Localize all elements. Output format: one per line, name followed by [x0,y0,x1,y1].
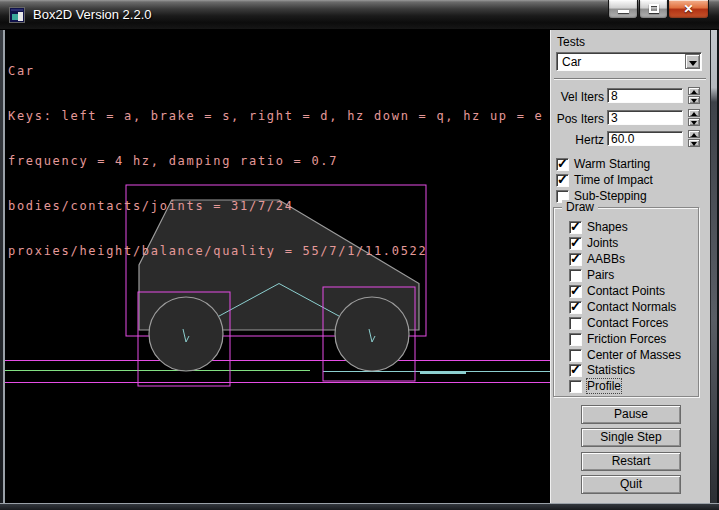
vel-iters-input[interactable] [607,88,683,103]
checkbox-time-of-impact[interactable]: ✓ Time of Impact [556,173,653,187]
spin-down-icon [691,121,697,125]
checkbox-label: Pairs [587,268,614,282]
checkbox-contact-normals[interactable]: ✓ Contact Normals [569,300,676,314]
checkbox-shapes[interactable]: ✓ Shapes [569,220,628,234]
checkbox-label: Center of Masses [587,348,681,362]
vel-iters-label: Vel Iters [551,90,604,104]
checkbox-box: ✓ [569,349,582,362]
checkbox-box: ✓ [556,158,569,171]
checkbox-center-of-masses[interactable]: ✓ Center of Masses [569,348,681,362]
stats-line-bodies: bodies/contacts/joints = 31/7/24 [8,199,543,214]
checkbox-label: Contact Forces [587,316,668,330]
close-icon: ✕ [669,2,708,16]
check-icon: ✓ [570,362,581,377]
checkbox-label: Profile [587,379,621,393]
minimize-icon [618,10,629,13]
check-icon: ✓ [570,251,581,266]
chevron-down-icon [689,61,697,66]
tests-dropdown-value: Car [562,55,581,69]
pause-button[interactable]: Pause [581,405,681,424]
stats-line-keys: Keys: left = a, brake = s, right = d, hz… [8,109,543,124]
checkbox-label: AABBs [587,252,625,266]
checkbox-box: ✓ [556,174,569,187]
quit-button[interactable]: Quit [581,475,681,494]
checkbox-box: ✓ [569,285,582,298]
check-icon: ✓ [570,235,581,250]
draw-group-title: Draw [562,200,598,214]
vel-iters-spin-down[interactable] [688,96,700,104]
stats-line-test-name: Car [8,64,543,79]
minimize-button[interactable] [608,0,638,19]
vel-iters-spinner [688,87,700,104]
pos-iters-spinner [688,109,700,126]
title-bar[interactable]: Box2D Version 2.2.0 ✕ [0,0,719,30]
checkbox-box: ✓ [569,269,582,282]
tests-dropdown-button[interactable] [685,54,700,69]
checkbox-box: ✓ [569,317,582,330]
checkbox-label: Joints [587,236,618,250]
maximize-button[interactable] [639,0,668,19]
simulation-canvas[interactable]: Car Keys: left = a, brake = s, right = d… [5,30,550,503]
window-frame-right [710,30,719,510]
checkbox-box: ✓ [569,380,582,393]
spin-up-icon [691,90,697,94]
checkbox-box: ✓ [569,333,582,346]
check-icon: ✓ [557,156,568,171]
checkbox-contact-points[interactable]: ✓ Contact Points [569,284,665,298]
hertz-spin-down[interactable] [688,139,700,147]
rear-wheel [149,297,223,371]
checkbox-box: ✓ [569,364,582,377]
check-icon: ✓ [570,299,581,314]
checkbox-label: Contact Normals [587,300,676,314]
restart-button[interactable]: Restart [581,452,681,471]
hertz-label: Hertz [551,133,604,147]
pos-iters-spin-up[interactable] [688,109,700,117]
checkbox-label: Friction Forces [587,332,666,346]
checkbox-pairs[interactable]: ✓ Pairs [569,268,614,282]
checkbox-box: ✓ [569,301,582,314]
checkbox-profile[interactable]: ✓ Profile [569,379,621,393]
close-button[interactable]: ✕ [668,0,709,19]
pos-iters-input[interactable] [607,110,683,125]
pos-iters-label: Pos Iters [551,112,604,126]
checkbox-label: Shapes [587,220,628,234]
vel-iters-spin-up[interactable] [688,87,700,95]
pos-iters-spin-down[interactable] [688,118,700,126]
spin-down-icon [691,99,697,103]
hertz-spin-up[interactable] [688,130,700,138]
window-title: Box2D Version 2.2.0 [33,7,152,22]
checkbox-label: Warm Starting [574,157,650,171]
checkbox-label: Contact Points [587,284,665,298]
spin-down-icon [691,142,697,146]
check-icon: ✓ [570,283,581,298]
maximize-icon [649,4,659,13]
stats-line-proxies: proxies/height/balance/quality = 55/7/1/… [8,244,543,259]
checkbox-friction-forces[interactable]: ✓ Friction Forces [569,332,666,346]
panel-separator [554,78,706,80]
front-wheel [335,297,409,371]
single-step-button[interactable]: Single Step [581,428,681,447]
checkbox-box: ✓ [569,253,582,266]
checkbox-aabbs[interactable]: ✓ AABBs [569,252,625,266]
debug-stats-text: Car Keys: left = a, brake = s, right = d… [8,34,543,289]
checkbox-warm-starting[interactable]: ✓ Warm Starting [556,157,650,171]
app-window: Box2D Version 2.2.0 ✕ [0,0,719,510]
checkbox-joints[interactable]: ✓ Joints [569,236,618,250]
checkbox-box: ✓ [569,221,582,234]
stats-line-frequency: frequency = 4 hz, damping ratio = 0.7 [8,154,543,169]
spin-up-icon [691,133,697,137]
tests-dropdown[interactable]: Car [556,52,702,71]
checkbox-statistics[interactable]: ✓ Statistics [569,363,635,377]
tests-label: Tests [557,35,585,49]
checkbox-box: ✓ [569,237,582,250]
hertz-input[interactable] [607,131,683,146]
spin-up-icon [691,112,697,116]
checkbox-label: Statistics [587,363,635,377]
app-icon [9,7,25,23]
checkbox-label: Time of Impact [574,173,653,187]
checkbox-contact-forces[interactable]: ✓ Contact Forces [569,316,668,330]
check-icon: ✓ [570,219,581,234]
hertz-spinner [688,130,700,147]
control-panel: Tests Car Vel Iters Pos Iters Hertz [550,30,710,503]
window-frame-bottom [0,503,719,510]
